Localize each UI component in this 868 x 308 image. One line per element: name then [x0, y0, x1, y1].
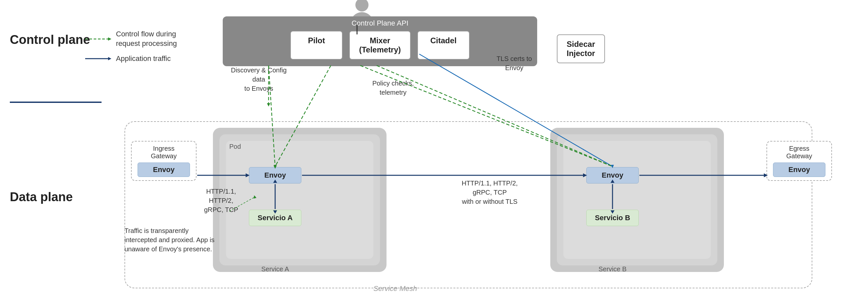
svg-marker-1 [108, 37, 112, 41]
service-b-label: Service B [586, 266, 639, 273]
mixer-box: Mixer(Telemetry) [349, 31, 411, 60]
discovery-config-annotation: Discovery & Config datato Envoys [226, 65, 291, 93]
egress-gateway-envoy: Envoy [773, 162, 826, 177]
legend-control-flow-text: Control flow duringrequest processing [116, 30, 177, 48]
service-b-pod-3 [563, 141, 711, 259]
servicio-b-box: Servicio B [586, 210, 639, 226]
http-right-annotation: HTTP/1.1, HTTP/2,gRPC, TCPwith or withou… [449, 179, 531, 206]
data-plane-label: Data plane [10, 190, 73, 204]
http-left-annotation: HTTP/1.1,HTTP/2,gRPC, TCP [193, 187, 249, 214]
servicio-a-box: Servicio A [249, 210, 301, 226]
ingress-gateway-envoy: Envoy [137, 162, 190, 177]
traffic-intercepted-annotation: Traffic is transparentlyintercepted and … [124, 226, 216, 254]
person-head [355, 0, 369, 11]
control-plane-api-title: Control Plane API [229, 19, 531, 28]
legend-control-flow: Control flow duringrequest processing [85, 30, 177, 48]
diagram-container: Control plane Data plane Control flow du… [0, 0, 868, 308]
service-a-label: Service A [249, 266, 301, 273]
pilot-box: Pilot [290, 31, 343, 60]
pod-label: Pod [229, 143, 241, 150]
service-mesh-label: Service Mesh [373, 284, 417, 293]
control-plane-underline [10, 101, 101, 103]
egress-gateway-title: EgressGateway [770, 145, 828, 160]
ingress-gateway-title: IngressGateway [135, 145, 193, 160]
service-b-envoy-box: Envoy [586, 167, 639, 184]
tls-certs-annotation: TLS certs toEnvoy [485, 54, 544, 72]
policy-checks-annotation: Policy checks,telemetry [360, 79, 426, 97]
service-a-envoy-box: Envoy [249, 167, 301, 184]
svg-marker-3 [108, 57, 112, 60]
citadel-box: Citadel [417, 31, 470, 60]
ingress-gateway-box: IngressGateway Envoy [131, 141, 196, 181]
legend-app-traffic: Application traffic [85, 54, 177, 64]
egress-gateway-box: EgressGateway Envoy [767, 141, 832, 181]
control-plane-label: Control plane [10, 33, 90, 47]
legend: Control flow duringrequest processing Ap… [85, 30, 177, 69]
sidecar-injector-box: SidecarInjector [557, 34, 605, 63]
svg-marker-8 [267, 103, 270, 106]
legend-app-traffic-text: Application traffic [116, 54, 170, 64]
